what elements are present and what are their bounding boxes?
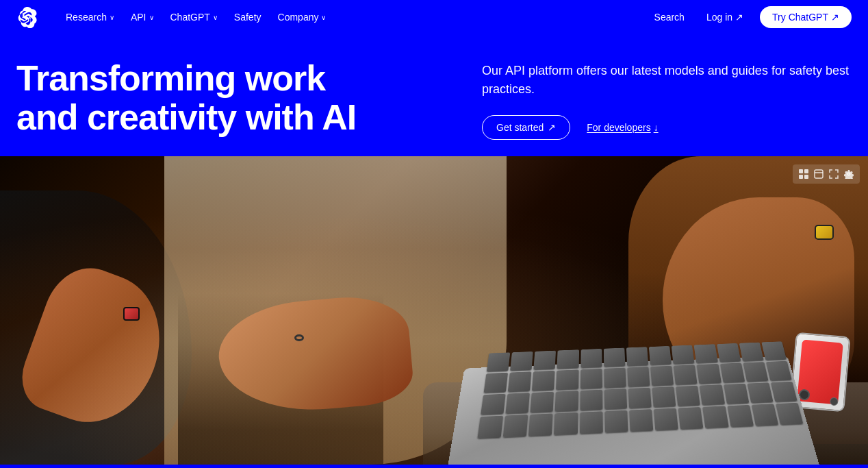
keyboard-key [580, 389, 602, 410]
nav-company[interactable]: Company ∨ [272, 8, 332, 27]
keyboard-key [604, 410, 628, 433]
nav-safety[interactable]: Safety [229, 8, 267, 27]
keyboard-keys [470, 336, 811, 445]
login-link[interactable]: Log in ↗ [701, 8, 749, 27]
keyboard-key [508, 371, 532, 392]
navbar: Research ∨ API ∨ ChatGPT ∨ Safety Compan… [0, 0, 868, 34]
svg-rect-2 [799, 175, 803, 179]
keyboard-key [747, 382, 773, 404]
keyboard-key [531, 391, 554, 412]
get-started-arrow-icon: ↗ [548, 122, 556, 133]
keyboard-key [528, 414, 553, 436]
red-watch [123, 307, 140, 321]
keyboard-key [676, 385, 700, 406]
api-chevron-icon: ∨ [149, 14, 154, 21]
keyboard-key [654, 408, 678, 431]
chatgpt-chevron-icon: ∨ [213, 14, 218, 21]
nav-chatgpt[interactable]: ChatGPT ∨ [165, 8, 223, 27]
keyboard-key [739, 343, 764, 362]
keyboard-key [649, 346, 672, 365]
hero-right: Our API platform offers our latest model… [455, 59, 852, 140]
phone-camera-2 [830, 397, 839, 406]
keyboard-key [555, 391, 578, 412]
keyboard-key [678, 407, 704, 430]
keyboard-key [652, 386, 676, 408]
keyboard-key [510, 352, 533, 371]
keyboard-key [604, 348, 626, 367]
keyboard-key [503, 415, 528, 437]
navbar-right: Search Log in ↗ Try ChatGPT ↗ [649, 6, 852, 28]
ring [294, 334, 304, 341]
for-developers-link[interactable]: For developers ↓ [587, 122, 658, 133]
keyboard-key [532, 371, 555, 391]
window-icon[interactable] [812, 167, 826, 181]
settings-icon[interactable] [842, 167, 856, 181]
svg-rect-0 [799, 169, 803, 173]
hero-image-section: // Will be rendered via inline approach [0, 156, 868, 465]
try-arrow-icon: ↗ [831, 12, 839, 23]
get-started-button[interactable]: Get started ↗ [482, 115, 570, 140]
yellow-watch [815, 225, 834, 240]
keyboard-key [554, 412, 578, 435]
keyboard-key [626, 347, 648, 366]
keyboard-key [628, 387, 652, 408]
keyboard-key [557, 349, 579, 369]
research-chevron-icon: ∨ [110, 14, 114, 21]
hero-buttons: Get started ↗ For developers ↓ [482, 115, 852, 140]
keyboard-key [627, 367, 650, 386]
openai-logo-icon [16, 6, 38, 28]
keyboard-key [766, 361, 792, 381]
keyboard-key [717, 343, 741, 362]
nav-research[interactable]: Research ∨ [60, 8, 120, 27]
keyboard-key [720, 362, 745, 382]
keyboard-key [534, 351, 557, 370]
keyboard-key [694, 344, 718, 363]
logo-link[interactable] [16, 6, 38, 28]
svg-rect-3 [804, 175, 808, 179]
company-chevron-icon: ∨ [321, 14, 326, 21]
keyboard-key [556, 369, 578, 390]
keyboard-key [761, 341, 787, 360]
for-developers-arrow-icon: ↓ [654, 122, 659, 133]
keyboard-key [697, 364, 722, 384]
keyboard-key [674, 365, 698, 384]
keyboard-key [580, 369, 602, 389]
keyboard-key [672, 345, 695, 365]
keyboard-key [724, 383, 750, 404]
hero-section: Transforming work and creativity with AI… [0, 34, 868, 156]
hero-left: Transforming work and creativity with AI [16, 59, 372, 137]
keyboard-key [771, 381, 797, 402]
keyboard-key [650, 366, 674, 386]
keyboard-key [487, 352, 511, 371]
keyboard-key [481, 393, 506, 415]
keyboard-key [604, 367, 626, 387]
keyboard-key [776, 403, 803, 425]
keyboard-key [580, 411, 603, 434]
keyboard-key [580, 349, 602, 368]
svg-rect-1 [804, 169, 808, 173]
keyboard-key [752, 404, 779, 426]
expand-icon[interactable] [827, 167, 841, 181]
keyboard-key [700, 384, 725, 406]
keyboard-key [477, 416, 503, 439]
image-toolbar [793, 164, 860, 184]
keyboard-key [727, 405, 754, 427]
hero-description: Our API platform offers our latest model… [482, 62, 852, 99]
navbar-left: Research ∨ API ∨ ChatGPT ∨ Safety Compan… [16, 6, 331, 28]
keyboard-key [484, 373, 509, 393]
login-arrow-icon: ↗ [735, 12, 743, 23]
try-chatgpt-button[interactable]: Try ChatGPT ↗ [760, 6, 852, 28]
svg-rect-4 [815, 170, 823, 178]
keyboard-key [604, 389, 627, 410]
keyboard-key [702, 406, 728, 429]
nav-api[interactable]: API ∨ [125, 8, 159, 27]
nav-links: Research ∨ API ∨ ChatGPT ∨ Safety Compan… [60, 8, 331, 27]
hero-title: Transforming work and creativity with AI [16, 59, 372, 137]
search-link[interactable]: Search [649, 8, 690, 27]
keyboard-key [505, 393, 530, 414]
grid-icon[interactable] [797, 167, 810, 181]
hero-image: // Will be rendered via inline approach [0, 156, 868, 465]
keyboard-key [629, 409, 653, 432]
keyboard-key [743, 362, 768, 382]
